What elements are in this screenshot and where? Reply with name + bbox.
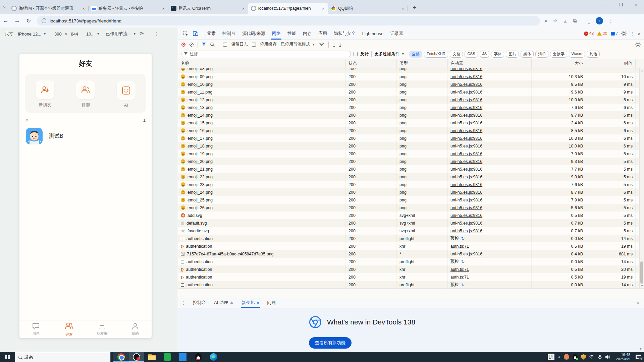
request-name[interactable]: emoji_13.png — [187, 105, 213, 110]
device-toolbar-toggle-icon[interactable] — [191, 31, 201, 36]
window-maximize-button[interactable]: ❐ — [613, 0, 629, 10]
request-initiator[interactable]: uni-h5.es.js:9816 — [450, 198, 482, 202]
request-name[interactable]: authentication — [186, 244, 212, 249]
request-type-chip[interactable]: 其他 — [587, 51, 600, 58]
request-type-chip[interactable]: 全部 — [409, 51, 422, 58]
request-initiator[interactable]: 预检 — [450, 259, 459, 264]
import-har-icon[interactable]: ↑ — [333, 42, 335, 47]
network-request-row[interactable]: emoji_09.png 200 png uni-h5.es.js:9816 ↻… — [178, 73, 644, 80]
request-name[interactable]: authentication — [186, 259, 213, 264]
console-warnings-badge[interactable]: 20 — [597, 31, 607, 36]
ime-indicator[interactable]: 拼 — [548, 354, 554, 360]
drawer-close-icon[interactable]: × — [637, 300, 644, 305]
request-initiator[interactable]: auth.ts:71 — [450, 244, 469, 249]
network-scrollbar[interactable]: ▲ ▼ — [639, 68, 644, 288]
tab-close-icon[interactable]: × — [81, 6, 86, 11]
request-initiator[interactable]: 预检 — [450, 282, 459, 288]
request-initiator[interactable]: uni-h5.es.js:9816 — [450, 105, 482, 110]
download-icon[interactable]: ↓ — [588, 18, 590, 23]
devtools-tab[interactable]: 内存 — [300, 27, 315, 40]
more-filters-select[interactable]: 更多过滤条件 ▼ — [374, 51, 405, 57]
column-header-name[interactable]: 名称 — [178, 59, 346, 68]
devtools-tab[interactable]: 源代码/来源 — [239, 27, 269, 40]
back-button[interactable]: ← — [0, 17, 11, 24]
request-name[interactable]: emoji_24.png — [187, 190, 213, 195]
column-header-time[interactable]: 时间 — [586, 59, 636, 68]
phone-tab[interactable]: 我的 — [119, 320, 152, 338]
devtools-settings-gear-icon[interactable] — [621, 31, 627, 36]
console-errors-badge[interactable]: × 48 — [584, 31, 594, 36]
column-header-initiator[interactable]: 启动器 — [448, 59, 532, 68]
phone-tab[interactable]: 好友 — [53, 320, 86, 338]
taskbar-app-icon[interactable] — [144, 352, 160, 362]
request-initiator[interactable]: uni-h5.es.js:9816 — [450, 74, 482, 79]
request-name[interactable]: authentication — [186, 283, 213, 287]
friend-action-button[interactable]: 群聊 — [76, 80, 95, 108]
devtools-tab[interactable]: 网络 — [269, 27, 284, 40]
browser-tab[interactable]: 腾讯云 OrcaTerm × — [168, 3, 248, 14]
network-request-row[interactable]: authentication 200 preflight 预检 ↻ 0.0 kB… — [178, 258, 644, 265]
network-request-row[interactable]: emoji_08.png 200 png uni-h5.es.js:9816 ↻ — [178, 68, 644, 73]
request-name[interactable]: add.svg — [187, 213, 202, 218]
network-throttling-select[interactable]: 已停用节流模式 ▼ — [281, 42, 315, 47]
request-name[interactable]: emoji_15.png — [187, 121, 213, 125]
issues-badge[interactable]: 7 — [611, 31, 618, 36]
device-toolbar-menu-icon[interactable]: ⋮ — [155, 31, 159, 37]
request-initiator[interactable]: uni-h5.es.js:9816 — [450, 205, 482, 210]
request-initiator[interactable]: uni-h5.es.js:9816 — [450, 136, 482, 141]
request-initiator[interactable]: uni-h5.es.js:9816 — [450, 221, 482, 226]
request-name[interactable]: emoji_22.png — [187, 175, 213, 179]
request-name[interactable]: emoji_10.png — [187, 82, 213, 87]
request-name[interactable]: emoji_09.png — [187, 74, 213, 79]
request-type-chip[interactable]: 图片 — [506, 51, 519, 58]
hidden-icons-chevron-icon[interactable]: ∧ — [558, 355, 560, 359]
request-initiator[interactable]: uni-h5.es.js:9816 — [450, 167, 482, 172]
request-name[interactable]: emoji_16.png — [187, 128, 213, 133]
network-conditions-icon[interactable] — [319, 43, 324, 47]
devtools-tab[interactable]: 隐私与安全 — [330, 27, 359, 40]
notification-center-icon[interactable]: 4 — [636, 355, 641, 359]
request-initiator[interactable]: uni-h5.es.js:9816 — [450, 159, 482, 164]
drawer-tab[interactable]: 新变化 × — [237, 297, 263, 308]
devtools-close-icon[interactable]: × — [638, 31, 641, 37]
drawer-tab[interactable]: 控制台 — [189, 297, 210, 308]
request-initiator[interactable]: uni-h5.es.js:9816 — [450, 121, 482, 125]
wifi-icon[interactable] — [589, 355, 595, 359]
network-request-row[interactable]: emoji_15.png 200 png uni-h5.es.js:9816 ↻… — [178, 119, 644, 127]
inspect-element-icon[interactable] — [181, 31, 191, 36]
network-request-row[interactable]: emoji_26.png 200 png uni-h5.es.js:9816 ↻… — [178, 204, 644, 212]
request-name[interactable]: emoji_26.png — [187, 205, 213, 210]
zoom-icon[interactable]: ⌕ — [545, 18, 547, 24]
taskbar-search-box[interactable]: 搜索 — [15, 352, 111, 362]
microphone-icon[interactable] — [598, 355, 602, 360]
network-request-row[interactable]: 7157d7e4-87aa-4f5a-b0ac-c405847d7e35.png… — [178, 250, 644, 258]
network-request-row[interactable]: emoji_13.png 200 png uni-h5.es.js:9816 ↻… — [178, 104, 644, 111]
request-initiator[interactable]: uni-h5.es.js:9816 — [450, 82, 482, 87]
request-initiator[interactable]: uni-h5.es.js:9816 — [450, 252, 482, 256]
request-initiator[interactable]: uni-h5.es.js:9816 — [450, 175, 482, 179]
request-type-chip[interactable]: Wasm — [569, 51, 585, 58]
network-request-row[interactable]: authentication 200 preflight 预检 ↻ 0.0 kB… — [178, 281, 644, 288]
taskbar-app-icon[interactable] — [160, 352, 175, 362]
request-initiator[interactable]: uni-h5.es.js:9816 — [450, 182, 482, 187]
network-request-row[interactable]: emoji_20.png 200 png uni-h5.es.js:9816 ↻… — [178, 158, 644, 165]
request-name[interactable]: favorite.svg — [187, 229, 209, 233]
browser-tab[interactable]: 海狸IM - 开源企业级即时通讯 × — [9, 3, 89, 14]
taskbar-app-icon[interactable] — [129, 352, 144, 362]
friend-action-button[interactable]: AI — [117, 81, 136, 108]
device-select[interactable]: iPhone 12...▼ — [18, 32, 46, 37]
tab-close-icon[interactable]: × — [241, 6, 246, 11]
request-initiator[interactable]: uni-h5.es.js:9816 — [450, 68, 482, 71]
request-type-chip[interactable]: 媒体 — [521, 51, 534, 58]
taskbar-clock[interactable]: 16:48 2025/8/9 — [614, 353, 632, 361]
network-request-row[interactable]: emoji_21.png 200 png uni-h5.es.js:9816 ↻… — [178, 165, 644, 173]
tab-close-icon[interactable]: × — [321, 6, 325, 11]
window-minimize-button[interactable]: – — [598, 0, 613, 10]
column-header-size[interactable]: 大小 — [532, 59, 586, 68]
network-request-row[interactable]: emoji_11.png 200 png uni-h5.es.js:9816 ↻… — [178, 88, 644, 96]
extension-a-icon[interactable]: ▲ — [563, 18, 568, 24]
taskbar-app-icon[interactable] — [175, 352, 191, 362]
scrollbar-thumb[interactable] — [640, 261, 643, 284]
viewport-height-field[interactable]: 844 — [71, 32, 78, 37]
request-type-chip[interactable]: Fetch/XHR — [424, 51, 448, 58]
